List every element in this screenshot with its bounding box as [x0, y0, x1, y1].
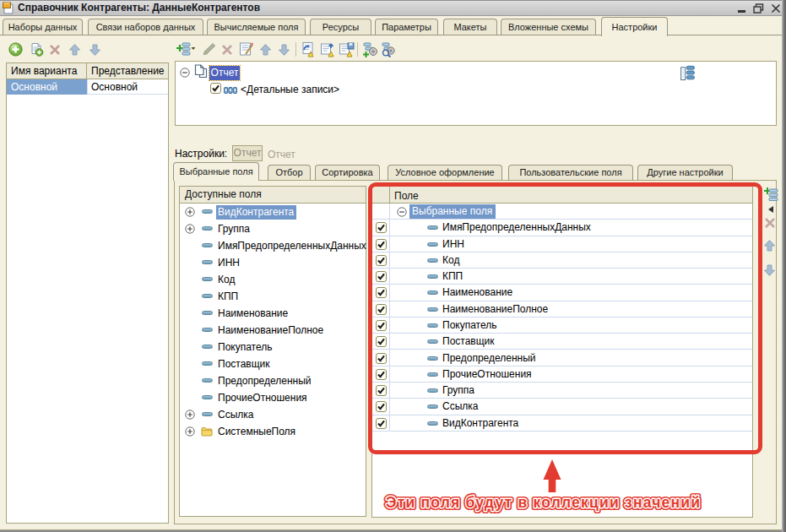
svg-text:Эти поля будут в коллекции зна: Эти поля будут в коллекции значений [386, 494, 700, 511]
